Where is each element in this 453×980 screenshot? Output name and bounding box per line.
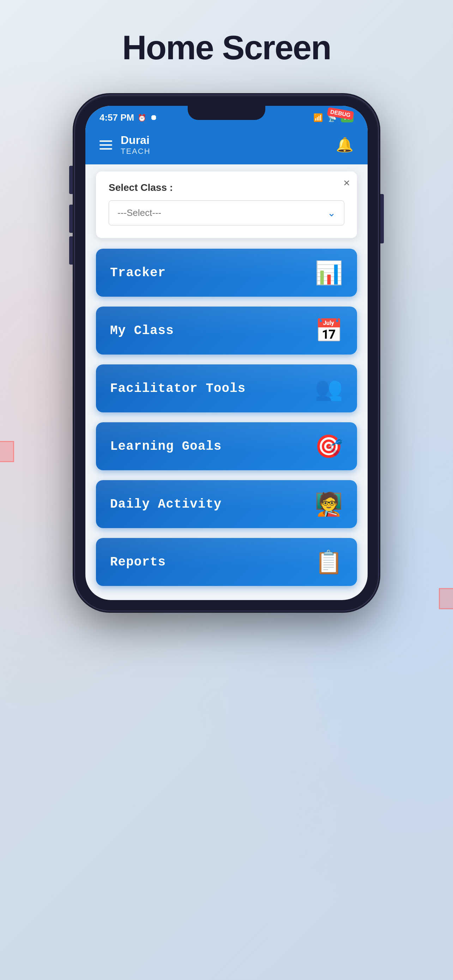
tracker-icon: 📊 <box>315 261 343 284</box>
select-class-label: Select Class : <box>109 182 344 193</box>
header-left: Durai TEACH <box>100 134 151 156</box>
learning-goals-label: Learning Goals <box>110 439 222 453</box>
my-class-menu-item[interactable]: My Class 📅 <box>96 307 357 355</box>
alarm-icon: ⏰ <box>138 114 146 122</box>
phone-screen: 4:57 PM ⏰ ⏺ 📶 📡 78 DEBUG Durai <box>85 106 368 600</box>
hamburger-menu[interactable] <box>100 140 112 150</box>
phone-frame: 4:57 PM ⏰ ⏺ 📶 📡 78 DEBUG Durai <box>75 95 378 611</box>
user-name: Durai <box>121 134 151 147</box>
decorative-square-right <box>439 588 453 609</box>
daily-activity-icon: 🧑‍🏫 <box>315 493 343 515</box>
app-header: Durai TEACH 🔔 <box>85 127 368 164</box>
notification-bell-icon[interactable]: 🔔 <box>336 137 353 153</box>
app-subtitle: TEACH <box>121 147 151 156</box>
reports-label: Reports <box>110 555 166 570</box>
learning-goals-menu-item[interactable]: Learning Goals 🎯 <box>96 422 357 470</box>
header-title-block: Durai TEACH <box>121 134 151 156</box>
reports-menu-item[interactable]: Reports 📋 <box>96 538 357 586</box>
tracker-menu-item[interactable]: Tracker 📊 <box>96 249 357 297</box>
tracker-label: Tracker <box>110 266 166 280</box>
menu-items: Tracker 📊 My Class 📅 Facilitator Tools 👥… <box>85 245 368 600</box>
my-class-icon: 📅 <box>315 319 343 342</box>
recording-icon: ⏺ <box>150 114 157 122</box>
notch <box>188 106 265 120</box>
daily-activity-label: Daily Activity <box>110 497 222 512</box>
decorative-square-left <box>0 441 14 462</box>
class-dropdown[interactable]: ---Select--- ⌄ <box>109 200 344 226</box>
chevron-down-icon: ⌄ <box>327 207 335 219</box>
close-button[interactable]: × <box>343 177 350 188</box>
facilitator-tools-label: Facilitator Tools <box>110 381 246 396</box>
learning-goals-icon: 🎯 <box>315 435 343 458</box>
facilitator-tools-icon: 👥 <box>315 377 343 400</box>
facilitator-tools-menu-item[interactable]: Facilitator Tools 👥 <box>96 364 357 412</box>
daily-activity-menu-item[interactable]: Daily Activity 🧑‍🏫 <box>96 480 357 528</box>
signal-icon: 📶 <box>313 113 323 123</box>
reports-icon: 📋 <box>315 550 343 573</box>
select-class-card: × Select Class : ---Select--- ⌄ <box>96 172 357 238</box>
status-time: 4:57 PM ⏰ ⏺ <box>100 112 157 123</box>
page-title: Home Screen <box>122 28 331 67</box>
status-icons: 📶 📡 78 DEBUG <box>313 113 353 123</box>
status-bar: 4:57 PM ⏰ ⏺ 📶 📡 78 DEBUG <box>85 106 368 127</box>
my-class-label: My Class <box>110 323 174 338</box>
select-placeholder: ---Select--- <box>118 207 161 218</box>
